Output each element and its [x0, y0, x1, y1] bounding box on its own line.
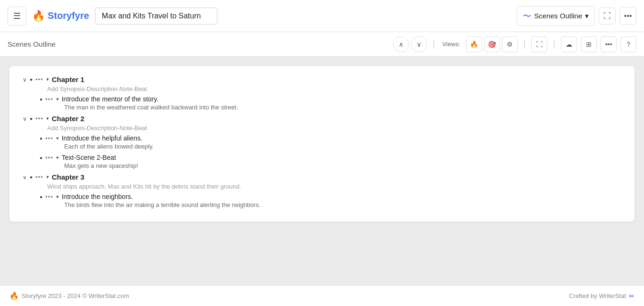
- cloud-icon: ☁: [566, 41, 572, 48]
- expand-icon: ⛶: [603, 12, 611, 20]
- chapter-3-ellipsis[interactable]: •••: [35, 174, 43, 181]
- chapter-1-toggle[interactable]: ∨: [23, 76, 27, 83]
- scene-header-1-1: ● ••• ▾ Introduce the mentor of the stor…: [40, 95, 621, 103]
- chapter-1-add-synopsis[interactable]: Add Synopsis-Description-Note-Beat: [47, 85, 621, 92]
- scene-2-1-dot: ●: [40, 136, 42, 141]
- main-content: ∨ ● ••• ▾ Chapter 1 Add Synopsis-Descrip…: [0, 57, 644, 285]
- scene-3-1-arrow[interactable]: ▾: [56, 194, 59, 200]
- menu-button[interactable]: ☰: [8, 7, 26, 25]
- chapter-3-title: Chapter 3: [52, 173, 84, 181]
- scene-block-2-1: ● ••• ▾ Introduce the helpful aliens. Ea…: [40, 134, 621, 150]
- chapter-block-2: ∨ ● ••• ▾ Chapter 2 Add Synopsis-Descrip…: [23, 115, 621, 169]
- fire-view-button[interactable]: 🔥: [466, 36, 482, 52]
- views-label: Views:: [443, 41, 460, 48]
- hamburger-icon: ☰: [13, 11, 21, 21]
- cloud-button[interactable]: ☁: [561, 36, 577, 52]
- separator-1: |: [433, 39, 435, 49]
- down-arrow-icon: ∨: [417, 41, 421, 48]
- chapter-2-title: Chapter 2: [52, 115, 84, 123]
- scene-1-1-arrow[interactable]: ▾: [56, 96, 59, 102]
- scenes-outline-label: Scenes Outline: [534, 12, 582, 20]
- scene-3-1-dot: ●: [40, 194, 42, 199]
- chapter-header-2: ∨ ● ••• ▾ Chapter 2: [23, 115, 621, 123]
- fullscreen-button[interactable]: ⛶: [531, 36, 547, 52]
- separator-2: |: [524, 39, 526, 49]
- chapter-2-ellipsis[interactable]: •••: [35, 115, 43, 122]
- scene-3-1-title: Introduce the neighbors.: [62, 193, 133, 200]
- chapter-2-toggle[interactable]: ∨: [23, 116, 27, 122]
- scene-3-1-ellipsis[interactable]: •••: [45, 193, 53, 200]
- grid-icon: ⊞: [586, 41, 592, 48]
- help-icon: ?: [627, 41, 630, 48]
- footer-right: Crafted by WriterStat ✏: [569, 292, 635, 300]
- scene-2-1-title: Introduce the helpful aliens.: [62, 134, 142, 142]
- scene-2-2-ellipsis[interactable]: •••: [45, 154, 53, 161]
- topbar: ☰ 🔥 Storyfyre Max and Kits Travel to Sat…: [0, 0, 644, 32]
- more-views-button[interactable]: •••: [601, 36, 617, 52]
- waves-icon: 〜: [523, 10, 531, 22]
- chapter-2-arrow[interactable]: ▾: [46, 116, 49, 122]
- app-name: Storyfyre: [48, 10, 89, 21]
- flame-icon: 🔥: [32, 10, 45, 22]
- settings-view-button[interactable]: ⚙: [502, 36, 518, 52]
- chapter-header-3: ∨ ● ••• ▾ Chapter 3: [23, 173, 621, 181]
- separator-3: |: [553, 39, 555, 49]
- chapter-3-toggle[interactable]: ∨: [23, 174, 27, 181]
- scene-header-3-1: ● ••• ▾ Introduce the neighbors.: [40, 193, 621, 200]
- chapter-1-arrow[interactable]: ▾: [46, 76, 49, 83]
- scene-2-1-ellipsis[interactable]: •••: [45, 135, 53, 142]
- footer-crafted-by: Crafted by WriterStat: [569, 292, 626, 299]
- target-view-button[interactable]: 🎯: [484, 36, 500, 52]
- chapter-3-dot: ●: [30, 174, 33, 180]
- project-title[interactable]: Max and Kits Travel to Saturn: [95, 8, 217, 25]
- up-arrow-button[interactable]: ∧: [393, 36, 409, 52]
- chapter-1-dot: ●: [30, 77, 33, 82]
- settings-view-icon: ⚙: [507, 41, 513, 48]
- nav-arrows: ∧ ∨: [393, 36, 427, 52]
- down-arrow-button[interactable]: ∨: [411, 36, 427, 52]
- scene-2-2-text: Max gets a new spaceship!: [64, 162, 621, 169]
- scene-1-1-ellipsis[interactable]: •••: [45, 96, 53, 103]
- expand-button[interactable]: ⛶: [599, 8, 616, 25]
- logo[interactable]: 🔥 Storyfyre: [32, 10, 89, 22]
- scene-2-2-arrow[interactable]: ▾: [56, 155, 59, 161]
- more-options-button[interactable]: •••: [619, 8, 636, 25]
- chapter-2-dot: ●: [30, 116, 33, 121]
- chapter-3-add-synopsis[interactable]: Wind ships approach, Max and Kits hit by…: [47, 183, 621, 190]
- section-label: Scenes Outline: [8, 40, 56, 48]
- chapter-3-arrow[interactable]: ▾: [46, 174, 49, 180]
- more-views-icon: •••: [605, 41, 612, 48]
- footer-flame-icon: 🔥: [9, 291, 19, 300]
- scene-header-2-2: ● ••• ▾ Text-Scene 2-Beat: [40, 154, 621, 161]
- help-button[interactable]: ?: [620, 36, 636, 52]
- chapter-1-ellipsis[interactable]: •••: [35, 76, 43, 83]
- fire-view-icon: 🔥: [470, 41, 478, 48]
- target-view-icon: 🎯: [488, 41, 496, 48]
- chapter-block-3: ∨ ● ••• ▾ Chapter 3 Wind ships approach,…: [23, 173, 621, 208]
- footer-copyright: Storyfyre 2023 - 2024 © WriterStat.com: [22, 292, 129, 299]
- scene-2-2-title: Text-Scene 2-Beat: [62, 154, 116, 161]
- scene-2-1-text: Each of the aliens bowed deeply.: [64, 143, 621, 150]
- scene-1-1-title: Introduce the mentor of the story.: [62, 95, 159, 103]
- scene-block-1-1: ● ••• ▾ Introduce the mentor of the stor…: [40, 95, 621, 111]
- up-arrow-icon: ∧: [399, 41, 403, 48]
- scene-1-1-dot: ●: [40, 97, 42, 102]
- scene-2-2-dot: ●: [40, 155, 42, 160]
- scenes-outline-button[interactable]: 〜 Scenes Outline ▾: [517, 6, 595, 26]
- chapter-block-1: ∨ ● ••• ▾ Chapter 1 Add Synopsis-Descrip…: [23, 75, 621, 111]
- scene-block-3-1: ● ••• ▾ Introduce the neighbors. The bir…: [40, 193, 621, 208]
- chapter-1-title: Chapter 1: [52, 75, 84, 83]
- footer-left: 🔥 Storyfyre 2023 - 2024 © WriterStat.com: [9, 291, 129, 300]
- scene-1-1-text: The man in the weathered coat walked bac…: [64, 104, 621, 111]
- view-icons: 🔥 🎯 ⚙: [466, 36, 518, 52]
- chapter-2-add-synopsis[interactable]: Add Synopsis-Description-Note-Beat: [47, 124, 621, 132]
- footer: 🔥 Storyfyre 2023 - 2024 © WriterStat.com…: [0, 285, 644, 306]
- scene-2-1-arrow[interactable]: ▾: [56, 135, 59, 141]
- outline-card: ∨ ● ••• ▾ Chapter 1 Add Synopsis-Descrip…: [9, 66, 635, 222]
- scene-3-1-text: The birds flew into the air making a ter…: [64, 201, 621, 208]
- ellipsis-icon: •••: [624, 12, 632, 20]
- chevron-down-icon: ▾: [585, 12, 589, 20]
- grid-button[interactable]: ⊞: [581, 36, 597, 52]
- footer-edit-icon: ✏: [629, 292, 635, 300]
- chapter-header-1: ∨ ● ••• ▾ Chapter 1: [23, 75, 621, 83]
